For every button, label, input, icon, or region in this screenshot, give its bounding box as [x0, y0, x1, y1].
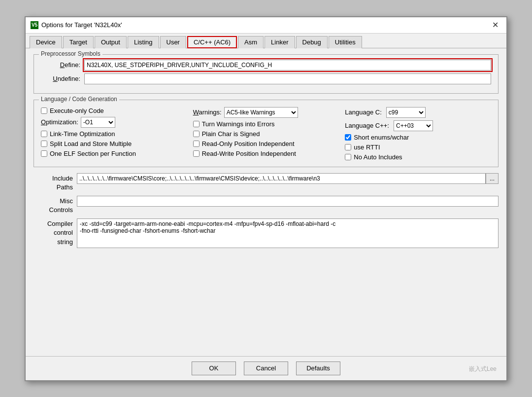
- short-enums-label: Short enums/wchar: [354, 134, 409, 141]
- cancel-button[interactable]: Cancel: [244, 361, 288, 375]
- split-load-store-checkbox[interactable]: [41, 141, 47, 147]
- read-only-label: Read-Only Position Independent: [202, 140, 295, 147]
- turn-warnings-errors-checkbox[interactable]: [193, 121, 200, 127]
- tab-target[interactable]: Target: [63, 36, 94, 48]
- language-col1: Execute-only Code Optimization: -O1 -O0 …: [41, 107, 187, 161]
- turn-warnings-errors-label: Turn Warnings into Errors: [202, 120, 275, 128]
- tab-listing[interactable]: Listing: [128, 36, 159, 48]
- define-label: Define:: [41, 61, 80, 69]
- optimization-row: Optimization: -O1 -O0 -O2 -O3 -Os: [41, 117, 187, 128]
- no-auto-includes-checkbox[interactable]: [345, 154, 351, 160]
- execute-only-label: Execute-only Code: [50, 107, 104, 114]
- ok-button[interactable]: OK: [192, 361, 236, 375]
- tab-user[interactable]: User: [160, 36, 186, 48]
- tab-ccpp-ac6[interactable]: C/C++ (AC6): [187, 36, 237, 48]
- language-cpp-label: Language C++:: [345, 122, 389, 129]
- include-browse-button[interactable]: ...: [486, 173, 499, 184]
- turn-warnings-errors-row: Turn Warnings into Errors: [193, 120, 339, 128]
- include-input-wrap: ...: [77, 173, 499, 184]
- one-elf-label: One ELF Section per Function: [50, 150, 136, 157]
- tab-asm[interactable]: Asm: [238, 36, 264, 48]
- plain-char-row: Plain Char is Signed: [193, 130, 339, 138]
- undefine-label: Undefine:: [41, 75, 80, 82]
- compiler-textarea[interactable]: -xc -std=c99 -target=arm-arm-none-eabi -…: [77, 218, 499, 248]
- read-only-checkbox[interactable]: [193, 141, 200, 147]
- link-time-opt-row: Link-Time Optimization: [41, 130, 187, 138]
- language-cpp-select[interactable]: C++03 C++11 C++14 C++17: [394, 120, 433, 131]
- use-rtti-label: use RTTI: [354, 144, 380, 151]
- one-elf-checkbox[interactable]: [41, 150, 47, 157]
- undefine-input[interactable]: [84, 73, 491, 84]
- include-label: IncludePaths: [33, 173, 73, 192]
- language-group-title: Language / Code Generation: [39, 96, 119, 103]
- define-label-text: efine:: [65, 61, 80, 69]
- tab-device[interactable]: Device: [30, 36, 62, 48]
- use-rtti-checkbox[interactable]: [345, 144, 351, 150]
- tab-content: Preprocessor Symbols Define: Undefine: L…: [26, 48, 506, 356]
- warn-label-rest: arnings:: [199, 108, 221, 116]
- undefine-label-text: ndefine:: [58, 75, 80, 82]
- language-c-select[interactable]: c99 c90 c11 gnu99: [386, 107, 426, 118]
- execute-only-checkbox[interactable]: [41, 108, 47, 114]
- warnings-select[interactable]: AC5-like Warnings No Warnings All Warnin…: [224, 107, 298, 118]
- tab-linker[interactable]: Linker: [265, 36, 295, 48]
- dialog-title: Options for Target 'N32L40x': [41, 21, 122, 29]
- no-auto-includes-label: No Auto Includes: [354, 153, 402, 161]
- split-load-store-row: Split Load and Store Multiple: [41, 140, 187, 147]
- close-button[interactable]: ✕: [489, 20, 501, 30]
- preprocessor-group: Preprocessor Symbols Define: Undefine:: [33, 54, 499, 94]
- short-enums-checkbox[interactable]: [345, 134, 351, 141]
- language-c-row: Language C: c99 c90 c11 gnu99: [345, 107, 491, 118]
- warnings-row: Warnings: AC5-like Warnings No Warnings …: [193, 107, 339, 118]
- watermark: 嵌入式Lee: [469, 365, 497, 373]
- plain-char-label: Plain Char is Signed: [202, 130, 260, 138]
- compiler-label: Compilercontrolstring: [33, 218, 73, 247]
- execute-only-row: Execute-only Code: [41, 107, 187, 114]
- warnings-label: Warnings:: [193, 108, 222, 116]
- language-col3: Language C: c99 c90 c11 gnu99 Language C…: [345, 107, 491, 161]
- use-rtti-row: use RTTI: [345, 144, 491, 151]
- tab-output[interactable]: Output: [95, 36, 127, 48]
- include-input[interactable]: [77, 173, 486, 184]
- compiler-row: Compilercontrolstring -xc -std=c99 -targ…: [33, 218, 499, 248]
- split-load-store-label: Split Load and Store Multiple: [50, 140, 132, 147]
- link-time-opt-label: Link-Time Optimization: [50, 130, 115, 138]
- opt-label-rest: ptimization:: [46, 118, 78, 126]
- options-dialog: V5 Options for Target 'N32L40x' ✕ Device…: [25, 16, 507, 381]
- language-c-label: Language C:: [345, 108, 381, 116]
- defaults-button[interactable]: Defaults: [296, 361, 340, 375]
- define-input[interactable]: [84, 60, 491, 71]
- preprocessor-group-title: Preprocessor Symbols: [39, 50, 102, 57]
- misc-input[interactable]: [77, 196, 499, 207]
- language-group: Language / Code Generation Execute-only …: [33, 100, 499, 167]
- read-only-row: Read-Only Position Independent: [193, 140, 339, 147]
- bottom-bar: OK Cancel Defaults 嵌入式Lee: [26, 356, 506, 380]
- title-bar-left: V5 Options for Target 'N32L40x': [31, 21, 122, 29]
- undefine-row: Undefine:: [41, 73, 491, 84]
- link-time-opt-checkbox[interactable]: [41, 131, 47, 137]
- include-row: IncludePaths ...: [33, 173, 499, 192]
- tab-debug[interactable]: Debug: [296, 36, 328, 48]
- short-enums-row: Short enums/wchar: [345, 134, 491, 141]
- language-col2: Warnings: AC5-like Warnings No Warnings …: [193, 107, 339, 161]
- optimization-select[interactable]: -O1 -O0 -O2 -O3 -Os: [81, 117, 115, 128]
- plain-char-checkbox[interactable]: [193, 131, 200, 137]
- no-auto-includes-row: No Auto Includes: [345, 153, 491, 161]
- misc-row: MiscControls: [33, 196, 499, 215]
- misc-label: MiscControls: [33, 196, 73, 215]
- optimization-label: Optimization:: [41, 118, 78, 126]
- read-write-row: Read-Write Position Independent: [193, 150, 339, 157]
- tab-bar: Device Target Output Listing User C/C++ …: [26, 34, 506, 48]
- app-icon: V5: [31, 21, 38, 29]
- tab-utilities[interactable]: Utilities: [329, 36, 362, 48]
- misc-input-wrap: [77, 196, 499, 207]
- read-write-label: Read-Write Position Independent: [202, 150, 296, 157]
- language-cpp-row: Language C++: C++03 C++11 C++14 C++17: [345, 120, 491, 131]
- one-elf-row: One ELF Section per Function: [41, 150, 187, 157]
- title-bar: V5 Options for Target 'N32L40x' ✕: [26, 17, 506, 34]
- read-write-checkbox[interactable]: [193, 150, 200, 157]
- define-row: Define:: [41, 60, 491, 71]
